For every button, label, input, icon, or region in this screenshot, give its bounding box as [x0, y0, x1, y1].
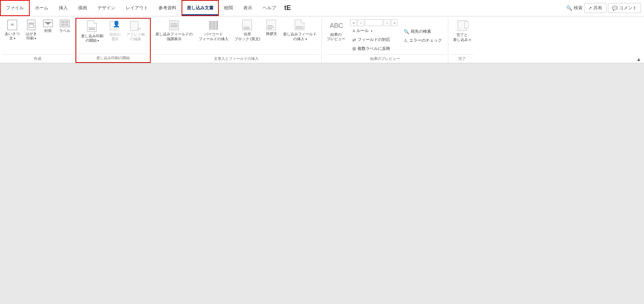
te-text: tE [284, 4, 291, 12]
field-insert-group-label: 文章入とフィールドの挿入 [153, 55, 319, 63]
tab-view[interactable]: 表示 [238, 0, 257, 16]
ribbon-group-preview: ABC 結果のプレビュー « ‹ › » ≡ [322, 18, 448, 63]
tab-home[interactable]: ホーム [30, 0, 54, 16]
ribbon: ファイル ホーム 挿入 描画 デザイン レイアウト 参考資料 差し込み文書 校閲… [0, 0, 644, 63]
tab-layout-label: レイアウト [126, 5, 148, 11]
rules-arrow: ▾ [371, 29, 372, 33]
address-block-label: 住所ブロック (英文) [234, 32, 260, 41]
share-button[interactable]: ↗ 共有 [584, 3, 606, 13]
tab-mailings[interactable]: 差し込み文書 [182, 0, 219, 16]
address-block-icon [242, 20, 253, 31]
highlight-fields-icon [169, 20, 180, 31]
rules-icon: ≡ [352, 28, 355, 33]
envelope-icon [43, 20, 53, 27]
start-merge-button[interactable]: 差し込み印刷の開始 ▾ [79, 19, 106, 44]
postcard-label: はがき印刷 ▾ [26, 32, 37, 41]
tab-help-label: ヘルプ [263, 5, 276, 11]
comment-icon: 💬 [612, 6, 618, 11]
insert-field-button[interactable]: 差し込みフィールドの挿入 ▾ [281, 18, 319, 42]
preview-results-icon: ABC [329, 20, 343, 32]
barcode-button[interactable]: バーコードフィールドの挿入 [196, 18, 231, 42]
edit-addressbook-label: アドレス帳の編集 [126, 32, 145, 41]
create-group-label: 作成 [2, 55, 73, 63]
rules-button[interactable]: ≡ ルール ▾ [350, 27, 398, 35]
preview-results-button[interactable]: ABC 結果のプレビュー [324, 18, 348, 42]
ribbon-collapse-button[interactable]: ▲ [637, 56, 644, 62]
search-label: 検索 [574, 5, 583, 11]
barcode-icon [207, 20, 220, 31]
search-area: 🔍 検索 [566, 5, 583, 11]
nav-last-button[interactable]: » [391, 19, 398, 26]
start-merge-label: 差し込み印刷の開始 ▾ [81, 34, 103, 43]
tab-design-label: デザイン [97, 5, 115, 11]
postcard-button[interactable]: はがき印刷 ▾ [23, 18, 39, 42]
envelope-button[interactable]: 封筒 [40, 18, 56, 34]
highlight-fields-button[interactable]: 差し込みフィールドの強調表示 [153, 18, 195, 42]
postcard-icon [27, 20, 35, 30]
preview-items: ABC 結果のプレビュー « ‹ › » ≡ [324, 18, 446, 54]
finish-items: 完了と差し込み ▾ [451, 18, 473, 54]
edit-addressbook-icon: ✏ [130, 20, 141, 32]
rules-label: ルール [356, 28, 369, 33]
tab-insert[interactable]: 挿入 [54, 0, 73, 16]
greeting-line-icon [266, 20, 277, 31]
nav-page-input[interactable] [365, 19, 383, 26]
greeting-line-button[interactable]: 挨拶文 [263, 18, 280, 37]
tab-bar-right: 🔍 検索 ↗ 共有 💬 コメント [566, 0, 644, 16]
preview-results-label: 結果のプレビュー [327, 32, 345, 41]
recipient-search-button[interactable]: 🔍 宛先の検索 [401, 28, 444, 36]
greeting-button[interactable]: 例 あいさつ文 ▾ [2, 18, 22, 42]
multi-label-button[interactable]: ⊞ 複数ラベルに反映 [350, 45, 398, 53]
tab-view-label: 表示 [243, 5, 252, 11]
label-icon [60, 20, 70, 27]
ribbon-group-field-insert: 差し込みフィールドの強調表示 バーコードフィールドの挿入 [151, 18, 322, 63]
select-recipients-button[interactable]: 👤 宛先の選択 [107, 19, 123, 42]
start-merge-items: 差し込み印刷の開始 ▾ 👤 宛先の選択 [79, 19, 148, 54]
start-merge-icon [86, 20, 98, 32]
start-merge-group-label: 差し込み印刷の開始 [79, 54, 148, 62]
tab-review[interactable]: 校閲 [219, 0, 238, 16]
nav-row: « ‹ › » [350, 19, 398, 26]
comment-button[interactable]: 💬 コメント [608, 3, 641, 13]
tab-references[interactable]: 参考資料 [153, 0, 182, 16]
te-area: tE [281, 0, 294, 16]
nav-prev-button[interactable]: ‹ [358, 19, 364, 26]
multi-label-icon: ⊞ [352, 46, 356, 51]
label-label: ラベル [59, 29, 70, 33]
finish-merge-button[interactable]: 完了と差し込み ▾ [451, 18, 473, 43]
field-insert-items: 差し込みフィールドの強調表示 バーコードフィールドの挿入 [153, 18, 319, 54]
error-check-icon: ⚠ [404, 38, 408, 43]
tab-file-label: ファイル [6, 5, 24, 11]
barcode-label: バーコードフィールドの挿入 [199, 32, 228, 41]
field-match-icon: ⇄ [352, 37, 356, 42]
envelope-label: 封筒 [44, 29, 52, 33]
multi-label-label: 複数ラベルに反映 [358, 46, 390, 51]
insert-field-label: 差し込みフィールドの挿入 ▾ [283, 32, 317, 41]
ribbon-group-create: 例 あいさつ文 ▾ はがき印刷 ▾ [0, 18, 76, 63]
preview-group-label: 結果のプレビュー [324, 55, 446, 63]
tab-home-label: ホーム [35, 5, 48, 11]
finish-merge-label: 完了と差し込み ▾ [453, 32, 471, 42]
error-check-label: エラーのチェック [409, 38, 442, 43]
tab-insert-label: 挿入 [59, 5, 68, 11]
tab-bar: ファイル ホーム 挿入 描画 デザイン レイアウト 参考資料 差し込み文書 校閲… [0, 0, 644, 16]
tab-help[interactable]: ヘルプ [257, 0, 281, 16]
finish-group-label: 完了 [451, 55, 473, 63]
error-check-button[interactable]: ⚠ エラーのチェック [401, 36, 444, 45]
ribbon-group-start-merge: 差し込み印刷の開始 ▾ 👤 宛先の選択 [76, 18, 151, 63]
tab-mailings-label: 差し込み文書 [187, 5, 214, 11]
field-match-button[interactable]: ⇄ フィールドの対応 [350, 36, 398, 44]
label-button[interactable]: ラベル [57, 18, 73, 34]
address-block-button[interactable]: 住所ブロック (英文) [232, 18, 263, 42]
tab-draw[interactable]: 描画 [73, 0, 92, 16]
tab-file[interactable]: ファイル [0, 0, 30, 16]
nav-first-button[interactable]: « [350, 19, 357, 26]
greeting-line-label: 挨拶文 [266, 32, 277, 36]
tab-layout[interactable]: レイアウト [121, 0, 153, 16]
nav-next-button[interactable]: › [384, 19, 390, 26]
create-group-items: 例 あいさつ文 ▾ はがき印刷 ▾ [2, 18, 73, 54]
tab-design[interactable]: デザイン [92, 0, 121, 16]
edit-addressbook-button[interactable]: ✏ アドレス帳の編集 [124, 19, 148, 42]
select-recipients-label: 宛先の選択 [109, 32, 121, 41]
field-match-label: フィールドの対応 [358, 37, 390, 42]
